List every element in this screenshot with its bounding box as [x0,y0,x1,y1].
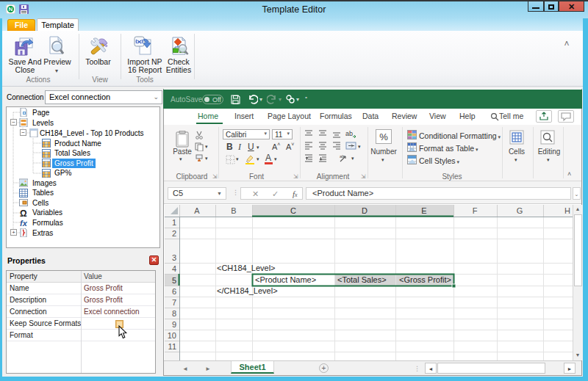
svg-text:<CH184_Level>: <CH184_Level> [217,264,276,272]
svg-text:G: G [517,206,523,215]
svg-text:B: B [231,206,236,215]
svg-text:11: 11 [168,342,176,351]
svg-text:C: C [290,206,296,215]
svg-text:A: A [194,206,200,215]
svg-text:ab: ab [345,130,353,137]
svg-text:5: 5 [172,276,176,285]
svg-text:10: 10 [168,331,176,340]
svg-text:4: 4 [172,264,176,273]
svg-text:<Gross Profit>: <Gross Profit> [399,275,451,284]
svg-text:<Total Sales>: <Total Sales> [337,275,387,284]
svg-text:E: E [421,206,426,215]
svg-text:2: 2 [172,229,176,238]
svg-text:8: 8 [172,309,176,318]
svg-text:</CH184_Level>: </CH184_Level> [217,286,278,295]
svg-text:6: 6 [172,287,176,296]
svg-text:3: 3 [172,253,176,262]
svg-text:<Product Name>: <Product Name> [255,275,316,284]
svg-text:7: 7 [172,298,176,307]
svg-text:9: 9 [172,320,176,329]
svg-text:D: D [362,206,368,215]
svg-text:1: 1 [172,218,176,227]
svg-text:F: F [473,206,478,215]
svg-text:H: H [564,206,570,215]
svg-text:ab: ab [340,154,345,159]
